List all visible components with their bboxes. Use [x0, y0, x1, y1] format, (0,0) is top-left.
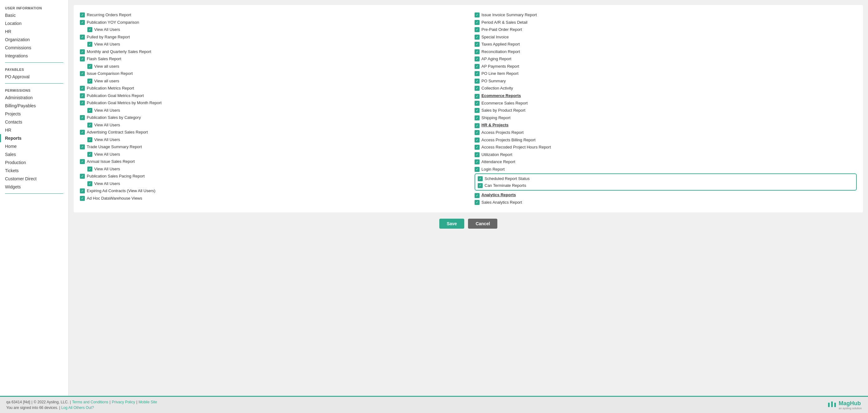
footer-logout-link[interactable]: Log All Others Out?	[61, 406, 94, 410]
perm-item: Login Report	[474, 166, 857, 173]
checkbox-checked-icon[interactable]	[80, 20, 85, 25]
perm-item: View All Users	[80, 40, 462, 48]
checkbox-checked-icon[interactable]	[80, 93, 85, 98]
checkbox-checked-icon[interactable]	[474, 86, 479, 91]
perm-item: Shipping Report	[474, 114, 857, 122]
checkbox-checked-icon[interactable]	[474, 94, 479, 99]
svg-rect-1	[831, 402, 833, 407]
checkbox-checked-icon[interactable]	[80, 49, 85, 54]
footer-terms-link[interactable]: Terms and Conditions	[72, 400, 108, 404]
perm-item: View all users	[80, 63, 462, 70]
section-header-item: HR & Projects	[474, 121, 857, 129]
sidebar-item-hr[interactable]: HR	[0, 126, 68, 134]
perm-label: Monthly and Quarterly Sales Report	[87, 49, 151, 55]
checkbox-checked-icon[interactable]	[474, 116, 479, 120]
sidebar-item-billing-payables[interactable]: Billing/Payables	[0, 102, 68, 110]
checkbox-checked-icon[interactable]	[474, 12, 479, 18]
checkbox-checked-icon[interactable]	[474, 108, 479, 113]
checkbox-checked-icon[interactable]	[87, 181, 92, 186]
perm-item-highlighted-sub: Can Terminate Reports	[478, 182, 854, 189]
checkbox-checked-icon[interactable]	[474, 159, 479, 164]
checkbox-checked-icon[interactable]	[87, 42, 92, 47]
checkbox-checked-icon[interactable]	[474, 200, 479, 205]
footer-mobile-link[interactable]: Mobile Site	[138, 400, 157, 404]
perm-item: View All Users	[80, 180, 462, 188]
section-header-label: Analytics Reports	[482, 192, 516, 197]
checkbox-checked-icon[interactable]	[80, 86, 85, 91]
checkbox-checked-icon[interactable]	[474, 64, 479, 69]
checkbox-checked-icon[interactable]	[80, 35, 85, 40]
checkbox-checked-icon[interactable]	[80, 159, 85, 164]
checkbox-checked-icon[interactable]	[474, 152, 479, 157]
right-column: Issue Invoice Summary ReportPeriod A/R &…	[474, 11, 857, 206]
checkbox-checked-icon[interactable]	[80, 71, 85, 76]
checkbox-checked-icon[interactable]	[474, 167, 479, 172]
checkbox-checked-icon[interactable]	[478, 176, 483, 181]
checkbox-checked-icon[interactable]	[474, 145, 479, 150]
checkbox-checked-icon[interactable]	[474, 78, 479, 84]
sidebar-item-projects[interactable]: Projects	[0, 110, 68, 118]
sidebar-item-home[interactable]: Home	[0, 142, 68, 150]
sidebar-item-hr[interactable]: HR	[0, 27, 68, 36]
perm-label: Access Recoded Project Hours Report	[482, 144, 551, 150]
sidebar-item-administration[interactable]: Administration	[0, 94, 68, 102]
sidebar-item-production[interactable]: Production	[0, 158, 68, 166]
perm-label: View All Users	[94, 181, 120, 187]
checkbox-checked-icon[interactable]	[87, 27, 92, 32]
checkbox-checked-icon[interactable]	[474, 130, 479, 135]
sidebar-item-commissions[interactable]: Commissions	[0, 44, 68, 52]
sidebar-item-integrations[interactable]: Integrations	[0, 52, 68, 60]
svg-rect-2	[834, 403, 836, 407]
sidebar-item-location[interactable]: Location	[0, 19, 68, 27]
perm-item: Issue Invoice Summary Report	[474, 11, 857, 19]
checkbox-checked-icon[interactable]	[80, 12, 85, 18]
cancel-button[interactable]: Cancel	[468, 219, 497, 229]
checkbox-checked-icon[interactable]	[474, 20, 479, 25]
sidebar-item-widgets[interactable]: Widgets	[0, 183, 68, 191]
checkbox-checked-icon[interactable]	[80, 100, 85, 105]
checkbox-checked-icon[interactable]	[474, 193, 479, 198]
checkbox-checked-icon[interactable]	[87, 123, 92, 128]
sidebar-item-customer-direct[interactable]: Customer Direct	[0, 175, 68, 183]
perm-label: Access Projects Report	[482, 129, 524, 136]
save-button[interactable]: Save	[439, 219, 465, 229]
checkbox-checked-icon[interactable]	[474, 101, 479, 106]
checkbox-checked-icon[interactable]	[87, 78, 92, 84]
sidebar-item-reports[interactable]: Reports	[0, 134, 68, 142]
checkbox-checked-icon[interactable]	[80, 57, 85, 61]
sidebar-item-tickets[interactable]: Tickets	[0, 166, 68, 175]
sidebar-item-organization[interactable]: Organization	[0, 36, 68, 44]
perm-label: Period A/R & Sales Detail	[482, 19, 527, 26]
perm-label: View all users	[94, 63, 119, 69]
checkbox-checked-icon[interactable]	[80, 145, 85, 150]
checkbox-checked-icon[interactable]	[87, 137, 92, 142]
checkbox-checked-icon[interactable]	[87, 64, 92, 69]
sidebar-item-contacts[interactable]: Contacts	[0, 118, 68, 126]
checkbox-checked-icon[interactable]	[478, 183, 483, 188]
checkbox-checked-icon[interactable]	[474, 137, 479, 142]
checkbox-checked-icon[interactable]	[80, 174, 85, 179]
checkbox-checked-icon[interactable]	[87, 108, 92, 113]
checkbox-checked-icon[interactable]	[80, 130, 85, 135]
checkbox-checked-icon[interactable]	[474, 35, 479, 40]
footer-privacy-link[interactable]: Privacy Policy	[112, 400, 135, 404]
checkbox-checked-icon[interactable]	[87, 166, 92, 171]
checkbox-checked-icon[interactable]	[80, 188, 85, 193]
perm-item: Flash Sales Report	[80, 55, 462, 63]
sidebar-item-po-approval[interactable]: PO Approval	[0, 73, 68, 81]
main-content: Recurring Orders ReportPublication YOY C…	[69, 0, 868, 396]
sidebar-item-sales[interactable]: Sales	[0, 150, 68, 158]
sidebar-item-basic[interactable]: Basic	[0, 11, 68, 19]
checkbox-checked-icon[interactable]	[474, 57, 479, 61]
checkbox-checked-icon[interactable]	[474, 49, 479, 54]
checkbox-checked-icon[interactable]	[87, 152, 92, 157]
checkbox-checked-icon[interactable]	[474, 42, 479, 47]
checkbox-checked-icon[interactable]	[474, 123, 479, 128]
perm-label: Collection Activity	[482, 85, 513, 91]
checkbox-checked-icon[interactable]	[474, 27, 479, 32]
checkbox-checked-icon[interactable]	[474, 71, 479, 76]
footer-device-count: You are signed into 66 devices.	[6, 406, 58, 410]
perm-item: Access Recoded Project Hours Report	[474, 144, 857, 151]
checkbox-checked-icon[interactable]	[80, 115, 85, 120]
checkbox-checked-icon[interactable]	[80, 196, 85, 201]
